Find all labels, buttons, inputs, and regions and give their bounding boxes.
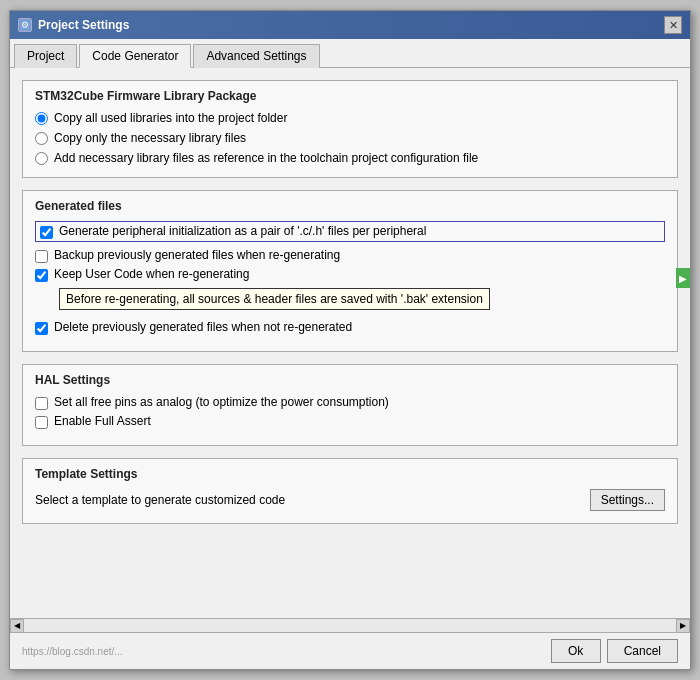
- bottom-bar: https://blog.csdn.net/... Ok Cancel: [10, 632, 690, 669]
- firmware-title: STM32Cube Firmware Library Package: [35, 89, 665, 103]
- gen-file-label-2: Backup previously generated files when r…: [54, 248, 340, 262]
- hal-title: HAL Settings: [35, 373, 665, 387]
- tooltip-box: Before re-generating, all sources & head…: [59, 288, 490, 310]
- hal-label-2: Enable Full Assert: [54, 414, 151, 428]
- close-button[interactable]: ✕: [664, 16, 682, 34]
- scroll-track[interactable]: [24, 619, 676, 633]
- window-title: Project Settings: [38, 18, 129, 32]
- gen-file-item-3[interactable]: Keep User Code when re-generating: [35, 267, 665, 282]
- firmware-label-3: Add necessary library files as reference…: [54, 151, 478, 165]
- gen-file-label-3: Keep User Code when re-generating: [54, 267, 249, 281]
- firmware-label-2: Copy only the necessary library files: [54, 131, 246, 145]
- template-row: Select a template to generate customized…: [35, 489, 665, 511]
- cancel-button[interactable]: Cancel: [607, 639, 678, 663]
- gen-file-check-1[interactable]: [40, 226, 53, 239]
- template-title: Template Settings: [35, 467, 665, 481]
- firmware-options: Copy all used libraries into the project…: [35, 111, 665, 165]
- gen-file-label-4: Delete previously generated files when n…: [54, 320, 352, 334]
- gen-file-item-4[interactable]: Delete previously generated files when n…: [35, 320, 665, 335]
- dialog-window: ⚙ Project Settings ✕ Project Code Genera…: [9, 10, 691, 670]
- ok-button[interactable]: Ok: [551, 639, 601, 663]
- tab-advanced-settings[interactable]: Advanced Settings: [193, 44, 319, 68]
- gen-file-check-3[interactable]: [35, 269, 48, 282]
- firmware-option-2[interactable]: Copy only the necessary library files: [35, 131, 665, 145]
- generated-files-title: Generated files: [35, 199, 665, 213]
- scroll-left-button[interactable]: ◀: [10, 619, 24, 633]
- firmware-label-1: Copy all used libraries into the project…: [54, 111, 287, 125]
- hal-item-2[interactable]: Enable Full Assert: [35, 414, 665, 429]
- gen-file-check-2[interactable]: [35, 250, 48, 263]
- gen-file-check-4[interactable]: [35, 322, 48, 335]
- scroll-right-button[interactable]: ▶: [676, 619, 690, 633]
- content-area: STM32Cube Firmware Library Package Copy …: [10, 68, 690, 618]
- firmware-radio-2[interactable]: [35, 132, 48, 145]
- gen-file-item-1[interactable]: Generate peripheral initialization as a …: [35, 221, 665, 242]
- template-section: Template Settings Select a template to g…: [22, 458, 678, 524]
- tab-project[interactable]: Project: [14, 44, 77, 68]
- firmware-option-3[interactable]: Add necessary library files as reference…: [35, 151, 665, 165]
- title-bar-left: ⚙ Project Settings: [18, 18, 129, 32]
- tab-code-generator[interactable]: Code Generator: [79, 44, 191, 68]
- gen-file-item-3-wrapper: Keep User Code when re-generating Before…: [35, 267, 665, 314]
- hal-check-2[interactable]: [35, 416, 48, 429]
- side-indicator: ▶: [676, 268, 690, 288]
- firmware-option-1[interactable]: Copy all used libraries into the project…: [35, 111, 665, 125]
- firmware-radio-1[interactable]: [35, 112, 48, 125]
- hal-check-1[interactable]: [35, 397, 48, 410]
- title-bar: ⚙ Project Settings ✕: [10, 11, 690, 39]
- template-description: Select a template to generate customized…: [35, 493, 285, 507]
- hal-item-1[interactable]: Set all free pins as analog (to optimize…: [35, 395, 665, 410]
- horizontal-scrollbar: ◀ ▶: [10, 618, 690, 632]
- window-icon: ⚙: [18, 18, 32, 32]
- gen-file-label-1: Generate peripheral initialization as a …: [59, 224, 426, 238]
- settings-button[interactable]: Settings...: [590, 489, 665, 511]
- gen-file-item-2[interactable]: Backup previously generated files when r…: [35, 248, 665, 263]
- hal-section: HAL Settings Set all free pins as analog…: [22, 364, 678, 446]
- generated-files-section: Generated files Generate peripheral init…: [22, 190, 678, 352]
- watermark: https://blog.csdn.net/...: [22, 639, 545, 663]
- hal-label-1: Set all free pins as analog (to optimize…: [54, 395, 389, 409]
- tabs-bar: Project Code Generator Advanced Settings: [10, 39, 690, 68]
- firmware-radio-3[interactable]: [35, 152, 48, 165]
- firmware-section: STM32Cube Firmware Library Package Copy …: [22, 80, 678, 178]
